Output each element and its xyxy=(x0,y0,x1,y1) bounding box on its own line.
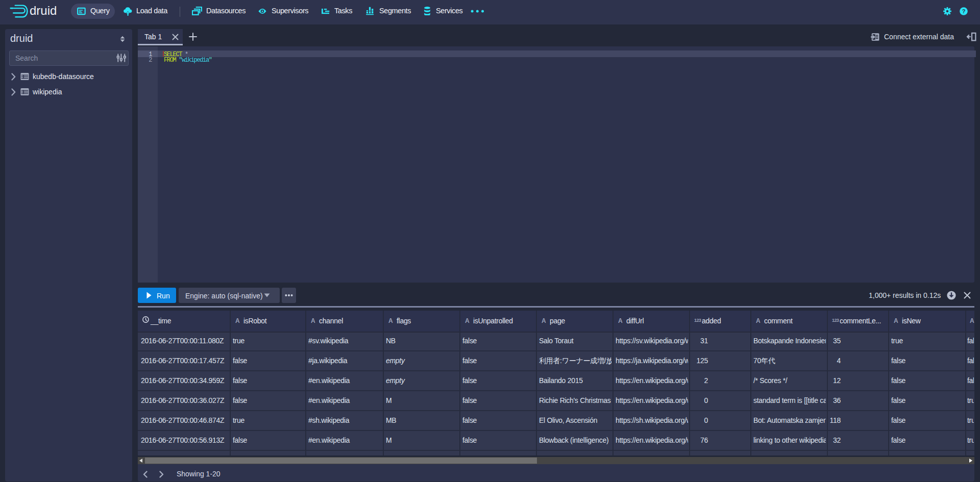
svg-text:?: ? xyxy=(962,8,966,14)
